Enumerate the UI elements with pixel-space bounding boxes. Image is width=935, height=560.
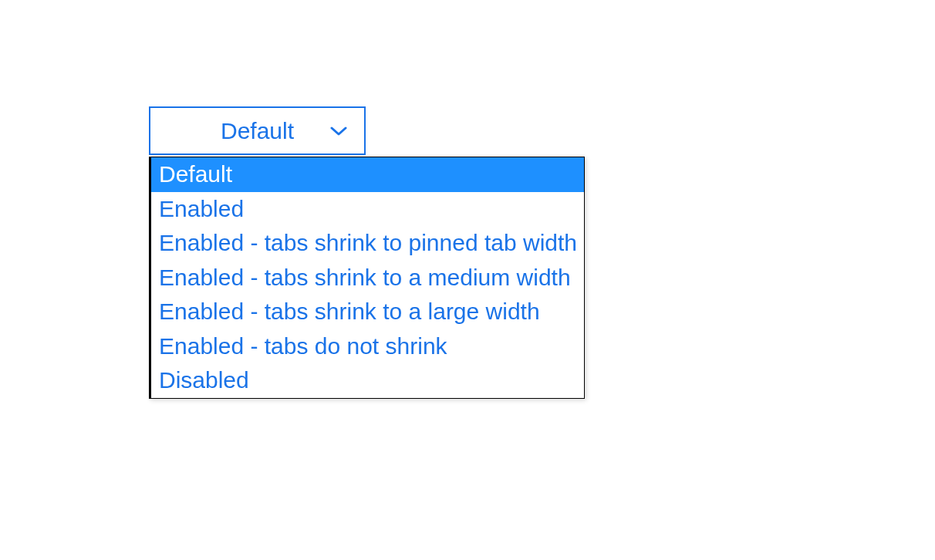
dropdown-container: Default Default Enabled Enabled - tabs s…: [149, 106, 366, 155]
dropdown-option-disabled[interactable]: Disabled: [151, 363, 584, 398]
dropdown-option-enabled-large[interactable]: Enabled - tabs shrink to a large width: [151, 295, 584, 329]
dropdown-option-default[interactable]: Default: [151, 157, 584, 192]
dropdown-selected-value: Default: [221, 118, 294, 144]
dropdown-list: Default Enabled Enabled - tabs shrink to…: [149, 157, 585, 399]
dropdown-option-enabled[interactable]: Enabled: [151, 192, 584, 227]
dropdown-option-enabled-medium[interactable]: Enabled - tabs shrink to a medium width: [151, 261, 584, 295]
chevron-down-icon: [330, 126, 347, 137]
dropdown-option-enabled-pinned[interactable]: Enabled - tabs shrink to pinned tab widt…: [151, 226, 584, 261]
dropdown-button[interactable]: Default: [149, 106, 366, 155]
dropdown-option-enabled-noshrink[interactable]: Enabled - tabs do not shrink: [151, 329, 584, 364]
